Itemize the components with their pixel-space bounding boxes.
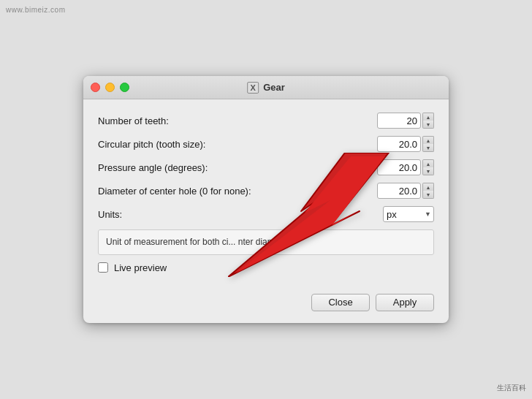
watermark-bottom-right: 生活百科 xyxy=(497,383,526,393)
description-text: Unit of measurement for both ci... nter … xyxy=(106,237,292,247)
dialog-footer: Close Apply xyxy=(83,294,449,323)
close-button[interactable]: Close xyxy=(311,294,370,311)
live-preview-label: Live preview xyxy=(114,262,167,273)
number-of-teeth-arrows: ▲ ▼ xyxy=(422,113,434,129)
live-preview-checkbox[interactable] xyxy=(98,262,108,273)
center-hole-up-arrow[interactable]: ▲ xyxy=(422,183,434,191)
number-of-teeth-down-arrow[interactable]: ▼ xyxy=(422,121,434,129)
units-label: Units: xyxy=(98,209,383,220)
titlebar-buttons xyxy=(91,83,129,92)
circular-pitch-input[interactable] xyxy=(377,136,421,152)
circular-pitch-row: Circular pitch (tooth size): ▲ ▼ xyxy=(98,136,434,152)
gear-dialog: X Gear Number of teeth: ▲ ▼ Circular pit… xyxy=(83,76,449,323)
pressure-angle-down-arrow[interactable]: ▼ xyxy=(422,167,434,175)
units-row: Units: px mm in ▼ xyxy=(98,206,434,222)
number-of-teeth-spinner: ▲ ▼ xyxy=(377,113,434,129)
x-icon: X xyxy=(247,82,259,94)
pressure-angle-spinner: ▲ ▼ xyxy=(377,159,434,175)
titlebar: X Gear xyxy=(83,76,449,99)
close-window-button[interactable] xyxy=(91,83,100,92)
center-hole-input[interactable] xyxy=(377,183,421,199)
number-of-teeth-row: Number of teeth: ▲ ▼ xyxy=(98,113,434,129)
number-of-teeth-label: Number of teeth: xyxy=(98,115,377,126)
circular-pitch-label: Circular pitch (tooth size): xyxy=(98,139,377,150)
minimize-window-button[interactable] xyxy=(105,83,115,92)
pressure-angle-label: Pressure angle (degrees): xyxy=(98,162,377,173)
apply-button[interactable]: Apply xyxy=(376,294,434,311)
circular-pitch-spinner: ▲ ▼ xyxy=(377,136,434,152)
number-of-teeth-up-arrow[interactable]: ▲ xyxy=(422,113,434,121)
live-preview-row: Live preview xyxy=(98,262,434,273)
circular-pitch-down-arrow[interactable]: ▼ xyxy=(422,144,434,152)
center-hole-arrows: ▲ ▼ xyxy=(422,183,434,199)
circular-pitch-up-arrow[interactable]: ▲ xyxy=(422,136,434,144)
watermark-top-left: www.bimeiz.com xyxy=(6,6,65,14)
center-hole-row: Diameter of center hole (0 for none): ▲ … xyxy=(98,183,434,199)
number-of-teeth-input[interactable] xyxy=(377,113,421,129)
pressure-angle-arrows: ▲ ▼ xyxy=(422,159,434,175)
window-title-text: Gear xyxy=(263,82,285,93)
dialog-content: Number of teeth: ▲ ▼ Circular pitch (too… xyxy=(83,99,449,294)
pressure-angle-up-arrow[interactable]: ▲ xyxy=(422,159,434,167)
screenshot-wrapper: www.bimeiz.com X Gear Number of teeth: xyxy=(0,0,532,399)
center-hole-down-arrow[interactable]: ▼ xyxy=(422,191,434,199)
circular-pitch-arrows: ▲ ▼ xyxy=(422,136,434,152)
pressure-angle-input[interactable] xyxy=(377,159,421,175)
pressure-angle-row: Pressure angle (degrees): ▲ ▼ xyxy=(98,159,434,175)
center-hole-spinner: ▲ ▼ xyxy=(377,183,434,199)
units-select[interactable]: px mm in xyxy=(383,206,434,222)
center-hole-label: Diameter of center hole (0 for none): xyxy=(98,186,377,197)
description-box: Unit of measurement for both ci... nter … xyxy=(98,229,434,255)
maximize-window-button[interactable] xyxy=(120,83,129,92)
units-select-wrapper: px mm in ▼ xyxy=(383,206,434,222)
titlebar-title: X Gear xyxy=(247,82,285,94)
